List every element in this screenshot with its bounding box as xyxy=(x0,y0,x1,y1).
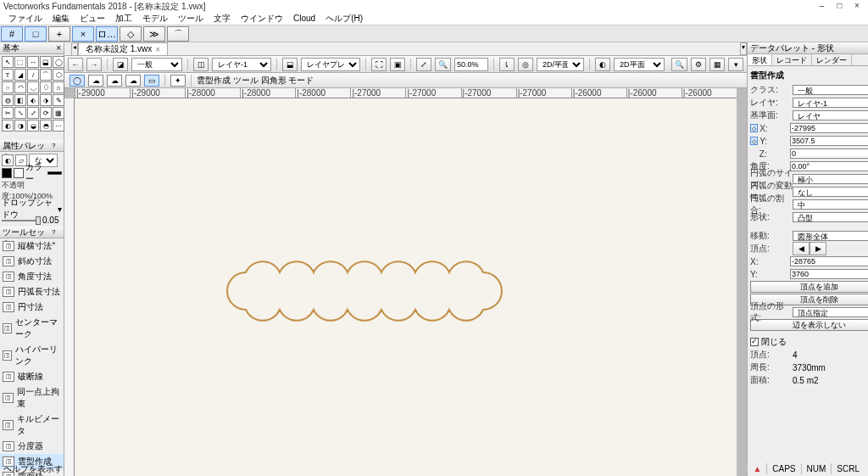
vertex-y-field[interactable] xyxy=(790,269,868,279)
toolset-item[interactable]: ◫円寸法 xyxy=(0,300,64,315)
view-select[interactable]: 2D/平面 xyxy=(537,58,584,71)
tool-12[interactable]: ◡ xyxy=(27,81,39,93)
class-select[interactable]: 一般 xyxy=(131,58,182,71)
tab-scroll-left[interactable]: ◂ xyxy=(71,42,78,55)
menu-モデル[interactable]: モデル xyxy=(137,12,173,25)
cloud-shape[interactable] xyxy=(210,244,515,338)
data-panel-header[interactable]: データパレット - 形状? × xyxy=(748,42,868,54)
settings-icon[interactable]: ⚙ xyxy=(691,58,706,71)
close-button[interactable]: × xyxy=(849,1,865,10)
mode-cloud1[interactable]: ☁ xyxy=(88,75,103,87)
tool-14[interactable]: ⌂ xyxy=(53,81,64,93)
tool-9[interactable]: ⬡ xyxy=(53,69,64,81)
vertex-next[interactable]: ▶ xyxy=(810,242,826,255)
plane-field[interactable]: レイヤ xyxy=(793,110,868,120)
view-icon[interactable]: ◎ xyxy=(518,58,533,71)
zoom-out[interactable]: ⤢ xyxy=(416,58,431,71)
y-field[interactable] xyxy=(790,136,868,146)
close-icon[interactable]: × xyxy=(56,42,61,53)
fill-swatch[interactable] xyxy=(14,168,24,178)
snap-angle[interactable]: + xyxy=(48,26,70,42)
color-icon[interactable]: ▦ xyxy=(709,58,725,71)
tool-22[interactable]: ⤢ xyxy=(27,107,39,119)
line-swatch[interactable] xyxy=(47,171,62,175)
plane-icon[interactable]: ⬓ xyxy=(282,58,298,71)
toolset-item[interactable]: ◫分度器 xyxy=(0,439,64,454)
tool-10[interactable]: ○ xyxy=(2,81,14,93)
tool-0[interactable]: ↖ xyxy=(2,56,14,68)
layer-vis-icon[interactable]: ◫ xyxy=(193,58,209,71)
nav-back[interactable]: ← xyxy=(68,58,83,71)
tool-1[interactable]: ⬚ xyxy=(14,56,26,68)
layer-field[interactable]: レイヤ-1 xyxy=(793,98,868,108)
attr-panel-header[interactable]: 属性パレット? × xyxy=(0,140,64,152)
mode-cloud2[interactable]: ☁ xyxy=(107,75,122,87)
tool-27[interactable]: ◒ xyxy=(27,120,39,132)
shape-field[interactable]: 凸型 xyxy=(793,212,868,222)
tool-5[interactable]: T xyxy=(2,69,14,81)
tool-6[interactable]: ◢ xyxy=(14,69,26,81)
zoom-fit[interactable]: ⛶ xyxy=(371,58,387,71)
snap-grid[interactable]: # xyxy=(1,26,23,42)
arcsize-field[interactable]: 極小 xyxy=(793,174,868,184)
toolset-item[interactable]: ◫縦横寸法 xyxy=(0,238,64,254)
tab-close-icon[interactable]: × xyxy=(155,45,160,54)
class-field[interactable]: 一般 xyxy=(793,85,868,95)
menu-ウインドウ[interactable]: ウインドウ xyxy=(236,12,288,25)
menu-編集[interactable]: 編集 xyxy=(47,12,75,25)
menu-加工[interactable]: 加工 xyxy=(110,12,137,25)
tab-record[interactable]: レコード xyxy=(772,54,812,65)
tool-8[interactable]: ⌒ xyxy=(40,69,52,81)
tool-18[interactable]: ⬗ xyxy=(40,94,52,106)
layer-select[interactable]: レイヤ-1 xyxy=(212,58,271,71)
snap-edge[interactable]: ≫ xyxy=(143,26,165,42)
snap-tangent[interactable]: ⌒ xyxy=(167,26,189,42)
tool-19[interactable]: ✎ xyxy=(53,94,64,106)
nav-fwd[interactable]: → xyxy=(86,58,102,71)
snap-intersect[interactable]: × xyxy=(72,26,94,42)
flyover-icon[interactable]: ⤹ xyxy=(499,58,515,71)
toolset-item[interactable]: ◫破断線 xyxy=(0,369,64,384)
zoom-input[interactable] xyxy=(454,58,488,71)
mode-ellipse[interactable]: ◯ xyxy=(70,75,85,87)
basic-panel-header[interactable]: 基本× xyxy=(0,42,64,54)
class-vis-icon[interactable]: ◪ xyxy=(113,58,128,71)
menu-Cloud[interactable]: Cloud xyxy=(288,13,320,24)
maximize-button[interactable]: □ xyxy=(832,1,847,10)
tool-26[interactable]: ◑ xyxy=(14,120,26,132)
lock-xy-icon[interactable]: ◇ xyxy=(750,124,758,132)
tool-15[interactable]: ◍ xyxy=(2,94,14,106)
lock-xy-icon2[interactable]: ◇ xyxy=(750,137,758,145)
search-icon[interactable]: 🔍 xyxy=(671,58,687,71)
zoom-page[interactable]: ▣ xyxy=(390,58,405,71)
fill-dropper-icon[interactable]: ◐ xyxy=(2,154,14,166)
menu-ビュー[interactable]: ビュー xyxy=(75,12,110,25)
add-vertex-button[interactable]: 頂点を追加 xyxy=(750,281,868,293)
tab-shape[interactable]: 形状 xyxy=(748,54,772,65)
toolset-panel-header[interactable]: ツールセット? × xyxy=(0,227,64,238)
toolset-item[interactable]: ◫同一点上拘束 xyxy=(0,384,64,412)
render-select[interactable]: 2D平面 xyxy=(614,58,665,71)
vertex-prev[interactable]: ◀ xyxy=(793,242,810,255)
vertex-x-field[interactable] xyxy=(790,256,868,266)
menu-ヘルプ(H)[interactable]: ヘルプ(H) xyxy=(320,12,368,25)
mode-rect[interactable]: ▭ xyxy=(144,75,159,87)
tool-17[interactable]: ⬖ xyxy=(27,94,39,106)
toolset-item[interactable]: ◫センターマーク xyxy=(0,315,64,342)
move-field[interactable]: 図形全体 xyxy=(793,231,868,241)
toolset-item[interactable]: ◫斜め寸法 xyxy=(0,254,64,269)
tool-28[interactable]: ◓ xyxy=(40,120,52,132)
dropdown-icon[interactable]: ▾ xyxy=(728,58,743,71)
toolset-item[interactable]: ◫角度寸法 xyxy=(0,269,64,284)
menu-ファイル[interactable]: ファイル xyxy=(3,12,47,25)
tool-3[interactable]: ⬓ xyxy=(40,56,52,68)
vertex-form-field[interactable]: 頂点指定 xyxy=(793,307,868,317)
close-checkbox[interactable] xyxy=(750,338,759,346)
zoom-in[interactable]: 🔍 xyxy=(435,58,451,71)
tool-24[interactable]: ▦ xyxy=(53,107,64,119)
tool-25[interactable]: ◐ xyxy=(2,120,14,132)
toolset-item[interactable]: ◫キルビメータ xyxy=(0,412,64,439)
x-field[interactable] xyxy=(790,123,868,133)
tab-menu[interactable]: ▾ xyxy=(740,42,747,55)
pen-swatch[interactable] xyxy=(2,168,12,178)
